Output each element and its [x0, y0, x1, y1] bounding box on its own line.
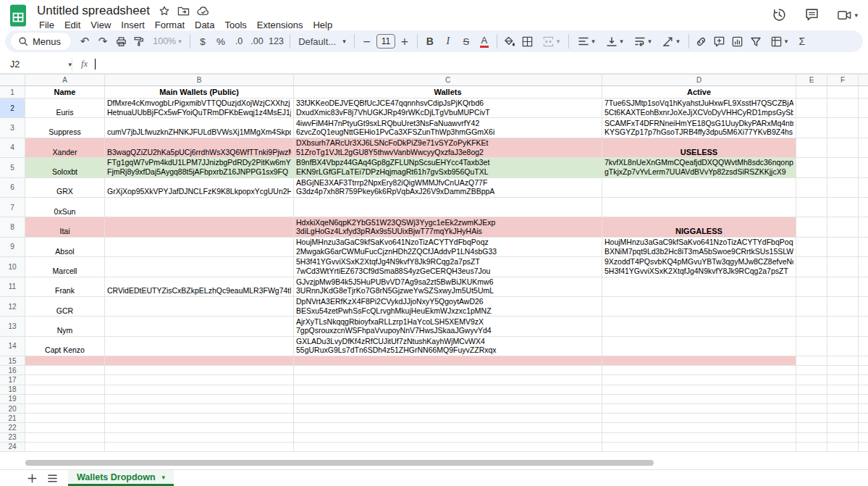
cell-F16[interactable]	[827, 366, 859, 375]
increase-decimal-button[interactable]: .00	[248, 33, 266, 50]
cell-B6[interactable]: GrXjXop95XkVPYJafDJNCLFzK9K8LkpopxYcgUUn…	[105, 178, 294, 198]
cell-partial-16[interactable]	[859, 366, 868, 375]
insert-chart-button[interactable]	[729, 33, 746, 50]
cell-B15[interactable]	[105, 356, 294, 366]
cell-C6[interactable]: ABGjNE3XAF3Ttrrp2NpxEry82iQigWMMJfvCnUAz…	[294, 178, 602, 198]
cell-E6[interactable]	[796, 178, 827, 198]
cell-partial-15[interactable]	[859, 356, 868, 366]
cell-A4[interactable]: Xander	[25, 138, 105, 158]
zoom-select[interactable]: 100%▾	[148, 33, 186, 50]
cell-F21[interactable]	[827, 414, 859, 423]
cell-E11[interactable]	[796, 277, 827, 297]
row-header-4[interactable]: 4	[0, 138, 25, 158]
font-size-input[interactable]: 11	[376, 34, 395, 49]
cell-A12[interactable]: GCR	[25, 297, 105, 317]
cell-F5[interactable]	[827, 158, 859, 177]
cell-partial-4[interactable]	[859, 138, 868, 158]
vertical-align-button[interactable]: ▾	[601, 33, 628, 50]
cell-F20[interactable]	[827, 404, 859, 414]
row-header-1[interactable]: 1	[0, 86, 25, 99]
cell-E2[interactable]	[796, 99, 827, 118]
col-header-B[interactable]: B	[105, 74, 294, 86]
cell-B9[interactable]	[105, 238, 294, 257]
cell-C9[interactable]: HoujMHnzu3aGaC9kfSaKvo641NzoTizACYTYdFbq…	[294, 238, 602, 257]
cell-E10[interactable]	[796, 257, 827, 277]
cell-E4[interactable]	[796, 138, 827, 158]
cell-D4[interactable]: USELESS	[602, 138, 796, 158]
cell-A14[interactable]: Capt Kenzo	[25, 337, 105, 356]
cell-E5[interactable]	[796, 158, 827, 177]
formula-input-cursor[interactable]	[95, 59, 96, 70]
cell-B11[interactable]: CRVidEDtEUTYZisCxBZkpELzhQc9eauMLR3FWg74…	[105, 277, 294, 297]
cell-C16[interactable]	[294, 366, 602, 375]
cell-F17[interactable]	[827, 375, 859, 385]
row-header-21[interactable]: 21	[0, 414, 25, 423]
cell-partial-5[interactable]	[859, 158, 868, 177]
row-header-7[interactable]: 7	[0, 198, 25, 217]
more-formats-button[interactable]: 123	[266, 33, 286, 50]
row-header-19[interactable]: 19	[0, 395, 25, 404]
cell-C4[interactable]: DXbsurh7ARcUr3XJ6LSNcFoDkPiZ9e71vSYZoPyK…	[294, 138, 602, 158]
cell-D14[interactable]	[602, 337, 796, 356]
text-color-button[interactable]: A	[476, 33, 493, 50]
cell-E8[interactable]	[796, 217, 827, 237]
strikethrough-button[interactable]: S	[458, 33, 475, 50]
cell-E18[interactable]	[796, 385, 827, 395]
paint-format-button[interactable]	[130, 33, 148, 50]
cell-A17[interactable]	[25, 375, 105, 385]
row-header-9[interactable]: 9	[0, 238, 25, 257]
cell-C2[interactable]: 33fJKKeoDEJVEQBfUcJCE47qqnnhsvCdipJsPjKQ…	[294, 99, 602, 118]
cell-A10[interactable]: Marcell	[25, 257, 105, 277]
cell-D8[interactable]: NIGGALESS	[602, 217, 796, 237]
cell-C24[interactable]	[294, 443, 602, 452]
cell-F24[interactable]	[827, 443, 859, 452]
move-to-folder-icon[interactable]	[177, 6, 190, 17]
cell-B19[interactable]	[105, 395, 294, 404]
redo-button[interactable]: ↷	[94, 33, 111, 50]
cell-partial-22[interactable]	[859, 423, 868, 432]
cell-D19[interactable]	[602, 395, 796, 404]
cell-D20[interactable]	[602, 404, 796, 414]
cell-E24[interactable]	[796, 443, 827, 452]
col-header-D[interactable]: D	[602, 74, 796, 86]
cell-A16[interactable]	[25, 366, 105, 375]
cell-B3[interactable]: cumV7jbJLfwuzknZHNKJFULdBVWsXj1MMgXm4Skp…	[105, 118, 294, 138]
cell-B21[interactable]	[105, 414, 294, 423]
cell-F6[interactable]	[827, 178, 859, 198]
cell-D3[interactable]: SCAMFxT4DFRNneiHmYE18QsG1UuyDkyPARxMq4nt…	[602, 118, 796, 138]
comments-icon[interactable]	[804, 7, 819, 22]
cell-D23[interactable]	[602, 433, 796, 443]
cell-partial-12[interactable]	[859, 297, 868, 317]
cell-C14[interactable]: GXLADu3LvyDfKf4zRfCUJitUf7zNtushKayhWjMC…	[294, 337, 602, 356]
sheet-tab-active[interactable]: Wallets Dropdown ▾	[68, 470, 174, 486]
cell-F7[interactable]	[827, 198, 859, 217]
cell-C15[interactable]	[294, 356, 602, 366]
cell-B5[interactable]: FTg1gqW7vPm4kdU1LPM7JJnizbgPdRDy2PitKw6m…	[105, 158, 294, 177]
font-select[interactable]: Default...▾	[294, 33, 350, 50]
cell-partial-2[interactable]	[859, 99, 868, 118]
italic-button[interactable]: I	[439, 33, 457, 50]
col-header-partial[interactable]	[859, 74, 868, 86]
row-header-18[interactable]: 18	[0, 385, 25, 395]
menu-format[interactable]: Format	[150, 20, 190, 30]
horizontal-scrollbar-track[interactable]	[0, 456, 868, 469]
row-header-3[interactable]: 3	[0, 118, 25, 138]
cell-E16[interactable]	[796, 366, 827, 375]
cell-F23[interactable]	[827, 433, 859, 443]
cell-C20[interactable]	[294, 404, 602, 414]
sheets-logo-icon[interactable]	[9, 4, 27, 27]
name-box[interactable]: J2 ▾	[0, 55, 72, 73]
cell-F14[interactable]	[827, 337, 859, 356]
cell-A8[interactable]: Itai	[25, 217, 105, 237]
row-header-14[interactable]: 14	[0, 337, 25, 356]
row-header-2[interactable]: 2	[0, 99, 25, 118]
cell-E23[interactable]	[796, 433, 827, 443]
insert-link-button[interactable]	[693, 33, 710, 50]
cell-F19[interactable]	[827, 395, 859, 404]
font-size-decrease-button[interactable]: −	[358, 33, 376, 50]
font-size-increase-button[interactable]: +	[396, 33, 413, 50]
cell-D11[interactable]	[602, 277, 796, 297]
menu-extensions[interactable]: Extensions	[252, 20, 308, 30]
horizontal-align-button[interactable]: ▾	[573, 33, 600, 50]
cell-A7[interactable]: 0xSun	[25, 198, 105, 217]
